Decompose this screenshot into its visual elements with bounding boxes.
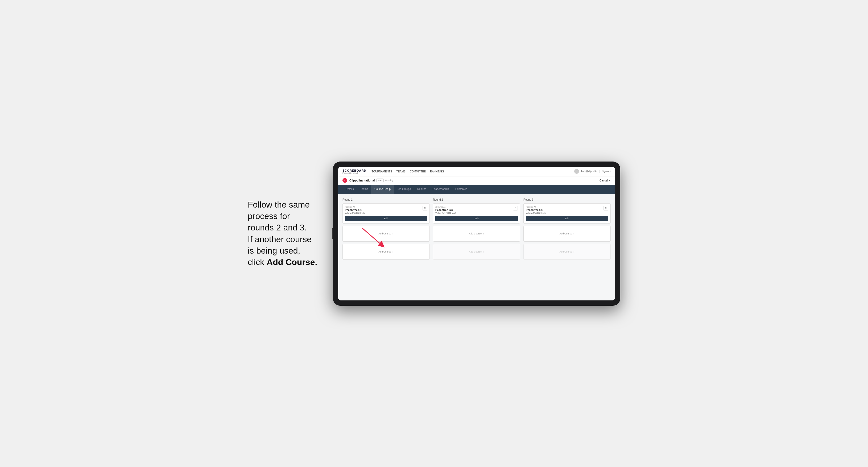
sub-header-logo: C [342, 178, 347, 183]
round-1-course-label: (Course A) [345, 206, 365, 208]
round-2-course-label: (Course A) [435, 206, 456, 208]
round-1-add-course-plus-1: + [392, 232, 394, 235]
round-1-add-course-card-2[interactable]: Add Course + [342, 244, 430, 260]
round-2-add-course-card-1[interactable]: Add Course + [433, 226, 520, 242]
round-2-add-course-text-1: Add Course + [469, 232, 484, 235]
round-1-edit-button[interactable]: Edit [345, 216, 427, 221]
outer-wrapper: Follow the same process for rounds 2 and… [248, 161, 620, 306]
round-2-course-detail: Yellow (M) (6629 yds) [435, 212, 456, 214]
round-1-course-header: (Course A) Peachtree GC Yellow (M) (6629… [345, 206, 427, 214]
round-1-add-course-label-1: Add Course [379, 232, 392, 235]
round-3-add-course-plus-2: + [573, 250, 575, 253]
round-3-add-course-text-1: Add Course + [560, 232, 575, 235]
rounds-grid: Round 1 (Course A) Peachtree GC Yellow (… [342, 198, 611, 262]
nav-rankings[interactable]: RANKINGS [430, 169, 444, 174]
round-1-add-course-text-1: Add Course + [379, 232, 394, 235]
top-nav: SCOREBOARD Powered by clippd TOURNAMENTS… [338, 167, 615, 177]
tab-results[interactable]: Results [414, 185, 429, 194]
round-2-title: Round 2 [433, 198, 520, 201]
round-2-course-header: (Course A) Peachtree GC Yellow (M) (6629… [435, 206, 518, 214]
round-3-add-course-card-1[interactable]: Add Course + [523, 226, 611, 242]
tab-printables[interactable]: Printables [452, 185, 470, 194]
round-3-column: Round 3 (Course A) Peachtree GC Yellow (… [523, 198, 611, 262]
tab-tee-groups[interactable]: Tee Groups [394, 185, 414, 194]
sub-header-right: Cancel ✕ [599, 179, 611, 182]
round-1-add-course-text-2: Add Course + [379, 250, 394, 253]
nav-committee[interactable]: COMMITTEE [410, 169, 426, 174]
sub-header-title: Clippd Invitational [349, 179, 375, 182]
round-3-add-course-label-2: Add Course [560, 250, 572, 253]
round-3-course-card: (Course A) Peachtree GC Yellow (M) (6629… [523, 203, 611, 223]
sub-header-hosting: Hosting [385, 179, 394, 182]
tab-teams[interactable]: Teams [357, 185, 371, 194]
round-2-edit-button[interactable]: Edit [435, 216, 518, 221]
main-content: Round 1 (Course A) Peachtree GC Yellow (… [338, 194, 615, 301]
round-2-column: Round 2 (Course A) Peachtree GC Yellow (… [433, 198, 520, 262]
round-3-add-course-label-1: Add Course [560, 232, 572, 235]
tablet-frame: SCOREBOARD Powered by clippd TOURNAMENTS… [333, 161, 620, 306]
nav-links: TOURNAMENTS TEAMS COMMITTEE RANKINGS [371, 169, 574, 174]
round-3-add-course-plus-1: + [573, 232, 575, 235]
round-1-title: Round 1 [342, 198, 430, 201]
round-1-add-course-plus-2: + [392, 250, 394, 253]
round-2-course-name: Peachtree GC [435, 209, 456, 212]
sub-header-badge: Men [376, 179, 384, 182]
round-2-add-course-label-2: Add Course [469, 250, 482, 253]
round-3-course-detail: Yellow (M) (6629 yds) [526, 212, 546, 214]
tablet-screen: SCOREBOARD Powered by clippd TOURNAMENTS… [338, 167, 615, 301]
round-1-add-course-label-2: Add Course [379, 250, 392, 253]
instruction-text: Follow the same process for rounds 2 and… [248, 200, 317, 267]
tab-bar: Details Teams Course Setup Tee Groups Re… [338, 185, 615, 194]
round-2-add-course-plus-2: + [483, 250, 484, 253]
sub-header-logo-letter: C [344, 179, 346, 182]
round-2-add-course-text-2: Add Course + [469, 250, 484, 253]
round-3-course-name: Peachtree GC [526, 209, 546, 212]
nav-divider: | [599, 170, 600, 173]
nav-teams[interactable]: TEAMS [397, 169, 406, 174]
round-3-title: Round 3 [523, 198, 611, 201]
nav-user-email: blair@clippd.io [581, 170, 597, 173]
round-2-delete-button[interactable]: × [513, 206, 518, 211]
nav-right: blair@clippd.io | Sign out [574, 169, 611, 174]
round-1-column: Round 1 (Course A) Peachtree GC Yellow (… [342, 198, 430, 262]
round-3-course-info: (Course A) Peachtree GC Yellow (M) (6629… [526, 206, 546, 214]
nav-avatar [574, 169, 579, 174]
tab-course-setup[interactable]: Course Setup [371, 185, 394, 194]
round-3-delete-button[interactable]: × [603, 206, 608, 211]
tab-leaderboards[interactable]: Leaderboards [429, 185, 452, 194]
nav-tournaments[interactable]: TOURNAMENTS [371, 169, 392, 174]
scoreboard-logo: SCOREBOARD Powered by clippd [342, 169, 366, 174]
cancel-button[interactable]: Cancel ✕ [599, 179, 611, 182]
logo-title: SCOREBOARD [342, 169, 366, 172]
round-2-add-course-card-2: Add Course + [433, 244, 520, 260]
instruction-bold: Add Course. [267, 257, 317, 267]
round-2-add-course-plus-1: + [483, 232, 484, 235]
round-2-course-card: (Course A) Peachtree GC Yellow (M) (6629… [433, 203, 520, 223]
round-1-course-name: Peachtree GC [345, 209, 365, 212]
round-3-add-course-text-2: Add Course + [560, 250, 575, 253]
sub-header: C Clippd Invitational Men Hosting Cancel… [338, 177, 615, 185]
round-1-add-course-card-1[interactable]: Add Course + [342, 226, 430, 242]
round-2-add-course-label-1: Add Course [469, 232, 482, 235]
round-1-course-card: (Course A) Peachtree GC Yellow (M) (6629… [342, 203, 430, 223]
round-3-edit-button[interactable]: Edit [526, 216, 608, 221]
round-3-course-header: (Course A) Peachtree GC Yellow (M) (6629… [526, 206, 608, 214]
tab-details[interactable]: Details [342, 185, 357, 194]
logo-sub: Powered by clippd [342, 172, 366, 174]
tablet-side-button [332, 228, 333, 239]
round-1-course-info: (Course A) Peachtree GC Yellow (M) (6629… [345, 206, 365, 214]
nav-sign-out[interactable]: Sign out [602, 170, 611, 173]
round-1-course-detail: Yellow (M) (6629 yds) [345, 212, 365, 214]
round-2-course-info: (Course A) Peachtree GC Yellow (M) (6629… [435, 206, 456, 214]
round-1-delete-button[interactable]: × [423, 206, 427, 211]
instruction-panel: Follow the same process for rounds 2 and… [248, 199, 322, 268]
round-3-add-course-card-2: Add Course + [523, 244, 611, 260]
round-3-course-label: (Course A) [526, 206, 546, 208]
